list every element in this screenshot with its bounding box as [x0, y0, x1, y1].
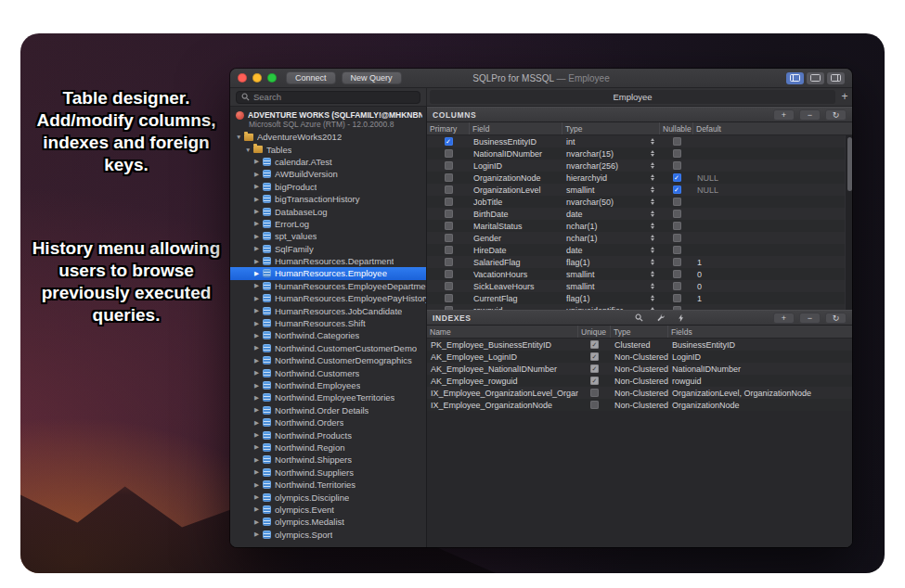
- sidebar-item-table[interactable]: ▶Northwind.Shippers: [230, 454, 426, 466]
- primary-checkbox[interactable]: [445, 198, 453, 206]
- chevron-right-icon[interactable]: ▶: [254, 208, 263, 215]
- chevron-right-icon[interactable]: ▶: [254, 295, 263, 302]
- unique-checkbox[interactable]: [590, 389, 599, 397]
- column-row[interactable]: BirthDatedate: [427, 208, 852, 220]
- unique-checkbox[interactable]: ✓: [590, 377, 599, 385]
- sidebar-item-table[interactable]: ▶AWBuildVersion: [230, 168, 426, 180]
- sidebar-item-table[interactable]: ▶Northwind.Products: [230, 428, 426, 441]
- primary-checkbox[interactable]: [445, 270, 453, 278]
- refresh-columns-button[interactable]: ↻: [825, 109, 847, 121]
- nullable-checkbox[interactable]: [673, 246, 681, 254]
- search-indexes-button[interactable]: [635, 313, 643, 322]
- chevron-right-icon[interactable]: ▶: [254, 369, 263, 377]
- chevron-right-icon[interactable]: ▶: [254, 530, 263, 538]
- index-row[interactable]: IX_Employee_OrganizationLevel_Organizati…: [427, 387, 852, 399]
- chevron-right-icon[interactable]: ▶: [254, 270, 263, 277]
- sidebar-item-table[interactable]: ▶HumanResources.EmployeePayHistory: [230, 292, 426, 304]
- add-tab-button[interactable]: +: [837, 90, 852, 104]
- column-row[interactable]: NationalIDNumbernvarchar(15): [427, 147, 852, 160]
- chevron-right-icon[interactable]: ▶: [254, 245, 263, 252]
- column-row[interactable]: Gendernchar(1): [427, 232, 852, 244]
- sidebar-item-table[interactable]: ▶HumanResources.Shift: [230, 317, 426, 329]
- tab-employee[interactable]: Employee: [430, 90, 835, 104]
- chevron-right-icon[interactable]: ▶: [254, 344, 263, 352]
- sidebar-item-table[interactable]: ▶Northwind.CustomerCustomerDemo: [230, 342, 426, 354]
- sidebar-item-table[interactable]: ▶Northwind.Customers: [230, 366, 426, 378]
- type-stepper-icon[interactable]: [651, 198, 654, 205]
- type-stepper-icon[interactable]: [651, 138, 654, 145]
- sidebar-item-table[interactable]: ▶olympics.Event: [230, 504, 426, 516]
- chevron-right-icon[interactable]: ▶: [254, 493, 263, 501]
- unique-checkbox[interactable]: ✓: [590, 340, 599, 349]
- type-stepper-icon[interactable]: [651, 174, 654, 181]
- search-input[interactable]: Search: [236, 91, 420, 104]
- sidebar-item-table[interactable]: ▶DatabaseLog: [230, 205, 426, 217]
- index-row[interactable]: PK_Employee_BusinessEntityID✓ClusteredBu…: [427, 339, 852, 351]
- chevron-right-icon[interactable]: ▶: [254, 220, 263, 227]
- sidebar-item-table[interactable]: ▶Northwind.Categories: [230, 329, 426, 341]
- type-stepper-icon[interactable]: [651, 247, 654, 253]
- nullable-checkbox[interactable]: [673, 234, 681, 242]
- maintenance-button[interactable]: [656, 313, 665, 322]
- sidebar-item-table[interactable]: ▶HumanResources.Department: [230, 255, 426, 267]
- column-row[interactable]: JobTitlenvarchar(50): [427, 196, 852, 208]
- nullable-checkbox[interactable]: [673, 306, 681, 310]
- chevron-right-icon[interactable]: ▶: [254, 307, 263, 314]
- unique-checkbox[interactable]: [590, 401, 599, 409]
- chevron-right-icon[interactable]: ▶: [254, 456, 263, 464]
- sidebar-item-table[interactable]: ▶bigProduct: [230, 181, 426, 193]
- column-row[interactable]: SalariedFlagflag(1)1: [427, 256, 852, 268]
- scrollbar-thumb[interactable]: [847, 137, 852, 191]
- chevron-right-icon[interactable]: ▶: [254, 394, 263, 402]
- primary-checkbox[interactable]: [445, 210, 453, 218]
- column-row[interactable]: SickLeaveHourssmallint0: [427, 280, 852, 292]
- chevron-right-icon[interactable]: ▶: [254, 183, 263, 190]
- nullable-checkbox[interactable]: [673, 222, 681, 230]
- type-stepper-icon[interactable]: [651, 223, 654, 229]
- remove-column-button[interactable]: −: [799, 109, 821, 121]
- chevron-right-icon[interactable]: ▶: [254, 233, 263, 240]
- nullable-checkbox[interactable]: [673, 149, 681, 158]
- sidebar-item-table[interactable]: ▶calendar.ATest: [230, 156, 426, 168]
- primary-checkbox[interactable]: [445, 258, 453, 266]
- nullable-checkbox[interactable]: [673, 270, 681, 278]
- nullable-checkbox[interactable]: [673, 198, 681, 206]
- unique-checkbox[interactable]: ✓: [590, 352, 599, 361]
- sidebar-item-table[interactable]: ▶Northwind.Employees: [230, 379, 426, 391]
- nullable-checkbox[interactable]: ✓: [673, 173, 681, 182]
- sidebar-item-table[interactable]: ▶Northwind.Territories: [230, 479, 426, 491]
- index-row[interactable]: AK_Employee_LoginID✓Non-ClusteredLoginID: [427, 351, 852, 363]
- primary-checkbox[interactable]: ✓: [445, 137, 453, 146]
- sidebar-item-tables-folder[interactable]: ▼ Tables: [230, 143, 426, 155]
- type-stepper-icon[interactable]: [651, 235, 654, 241]
- primary-checkbox[interactable]: [445, 234, 453, 242]
- primary-checkbox[interactable]: [445, 161, 453, 170]
- chevron-right-icon[interactable]: ▶: [254, 443, 263, 451]
- chevron-right-icon[interactable]: ▶: [254, 196, 263, 203]
- column-row[interactable]: MaritalStatusnchar(1): [427, 220, 852, 232]
- minimize-button[interactable]: [252, 73, 262, 83]
- columns-scrollbar[interactable]: [845, 135, 852, 310]
- remove-index-button[interactable]: −: [799, 313, 821, 324]
- nullable-checkbox[interactable]: [673, 161, 681, 170]
- chevron-right-icon[interactable]: ▶: [254, 419, 263, 427]
- type-stepper-icon[interactable]: [651, 271, 654, 277]
- sidebar-item-table[interactable]: ▶olympics.Discipline: [230, 491, 426, 503]
- column-row[interactable]: HireDatedate: [427, 244, 852, 256]
- nullable-checkbox[interactable]: ✓: [673, 185, 681, 194]
- chevron-right-icon[interactable]: ▶: [254, 171, 263, 178]
- index-row[interactable]: AK_Employee_NationalIDNumber✓Non-Cluster…: [427, 363, 852, 375]
- new-query-button[interactable]: New Query: [342, 71, 402, 84]
- unique-checkbox[interactable]: ✓: [590, 364, 599, 373]
- sidebar-item-table[interactable]: ▶Northwind.CustomerDemographics: [230, 354, 426, 366]
- chevron-right-icon[interactable]: ▶: [254, 468, 263, 476]
- primary-checkbox[interactable]: [445, 222, 453, 230]
- type-stepper-icon[interactable]: [651, 283, 654, 289]
- type-stepper-icon[interactable]: [651, 211, 654, 217]
- chevron-right-icon[interactable]: ▶: [254, 282, 263, 289]
- view-sidebar-layout-button[interactable]: [786, 72, 804, 84]
- refresh-indexes-button[interactable]: ↻: [825, 313, 847, 324]
- type-stepper-icon[interactable]: [651, 162, 654, 169]
- primary-checkbox[interactable]: [445, 306, 453, 310]
- index-row[interactable]: IX_Employee_OrganizationNodeNon-Clustere…: [427, 399, 852, 411]
